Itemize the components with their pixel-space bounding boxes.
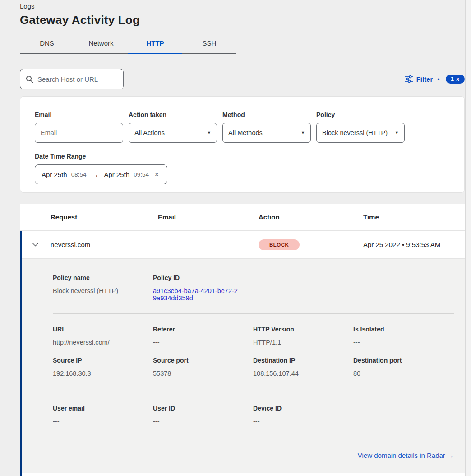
- policy-name-value: Block neverssl (HTTP): [53, 287, 153, 294]
- filter-label: Filter: [416, 75, 433, 83]
- arrow-right-icon: →: [91, 171, 100, 178]
- tab-ssh[interactable]: SSH: [182, 35, 236, 54]
- http-version-value: HTTP/1.1: [253, 339, 353, 346]
- search-input[interactable]: [37, 75, 118, 83]
- caret-up-icon: ▲: [436, 77, 440, 81]
- page-scrollbar[interactable]: [465, 0, 471, 476]
- user-id-value: ---: [153, 418, 253, 425]
- tab-http[interactable]: HTTP: [128, 35, 182, 54]
- tab-network[interactable]: Network: [74, 35, 128, 54]
- selected-row-indicator: [20, 231, 22, 476]
- filter-toggle-button[interactable]: Filter ▲ 1 x: [405, 75, 465, 84]
- search-icon: [26, 75, 33, 83]
- user-id-label: User ID: [153, 405, 253, 412]
- http-info-section: URL http://neverssl.com/ Referer --- HTT…: [53, 314, 454, 356]
- referer-value: ---: [153, 339, 253, 346]
- source-port-label: Source port: [153, 357, 253, 364]
- date-range-field: Date Time Range Apr 25th 08:54 → Apr 25t…: [35, 153, 450, 184]
- referer-label: Referer: [153, 326, 253, 333]
- device-id-label: Device ID: [253, 405, 454, 412]
- col-header-action: Action: [259, 213, 363, 221]
- destination-ip-label: Destination IP: [253, 357, 353, 364]
- email-filter-input[interactable]: [41, 129, 117, 136]
- device-id-value: ---: [253, 418, 454, 425]
- action-filter-label: Action taken: [129, 111, 217, 118]
- user-email-label: User email: [53, 405, 153, 412]
- policy-filter-field: Policy Block neverssl (HTTP) ▼: [316, 111, 405, 143]
- row-time: Apr 25 2022 • 9:53:53 AM: [363, 241, 465, 248]
- tab-bar: DNS Network HTTP SSH: [20, 35, 236, 54]
- url-label: URL: [53, 326, 153, 333]
- chevron-down-icon: [32, 243, 39, 247]
- radar-link-row: View domain details in Radar →: [53, 439, 454, 473]
- source-ip-value: 192.168.30.3: [53, 370, 153, 377]
- clear-date-range-icon[interactable]: ✕: [154, 171, 159, 178]
- breadcrumb: Logs: [20, 0, 465, 10]
- user-email-value: ---: [53, 418, 153, 425]
- source-port-value: 55378: [153, 370, 253, 377]
- filter-panel: Email Action taken All Actions ▼ Method …: [20, 96, 465, 193]
- caret-down-icon: ▼: [207, 131, 211, 135]
- caret-down-icon: ▼: [395, 131, 399, 135]
- source-ip-label: Source IP: [53, 357, 153, 364]
- start-time: 08:54: [71, 171, 87, 178]
- page-title: Gateway Activity Log: [20, 13, 465, 27]
- filter-sliders-icon: [405, 75, 413, 83]
- is-isolated-value: ---: [353, 339, 454, 346]
- user-info-section: User email --- User ID --- Device ID ---: [53, 389, 454, 439]
- end-time: 09:54: [134, 171, 149, 178]
- end-date: Apr 25th: [104, 171, 130, 178]
- caret-down-icon: ▼: [301, 131, 305, 135]
- col-header-request: Request: [51, 213, 158, 221]
- destination-port-value: 80: [353, 370, 454, 377]
- method-filter-field: Method All Methods ▼: [222, 111, 311, 143]
- block-status-badge: BLOCK: [259, 239, 300, 250]
- email-filter-label: Email: [35, 111, 123, 118]
- email-filter-field: Email: [35, 111, 123, 143]
- action-select-value: All Actions: [134, 129, 165, 136]
- policy-filter-label: Policy: [316, 111, 405, 118]
- method-select[interactable]: All Methods ▼: [222, 123, 311, 143]
- filter-count-badge[interactable]: 1 x: [446, 75, 465, 84]
- start-date: Apr 25th: [42, 171, 67, 178]
- policy-select-value: Block neverssl (HTTP): [322, 129, 388, 136]
- policy-name-label: Policy name: [53, 274, 153, 281]
- table-row[interactable]: neverssl.com BLOCK Apr 25 2022 • 9:53:53…: [20, 231, 465, 259]
- col-header-time: Time: [363, 213, 465, 221]
- destination-port-label: Destination port: [353, 357, 454, 364]
- policy-section: Policy name Block neverssl (HTTP) Policy…: [53, 259, 454, 313]
- col-header-email: Email: [158, 213, 259, 221]
- action-filter-field: Action taken All Actions ▼: [129, 111, 217, 143]
- is-isolated-label: Is Isolated: [353, 326, 454, 333]
- expanded-row-details: Policy name Block neverssl (HTTP) Policy…: [20, 259, 465, 473]
- tab-dns[interactable]: DNS: [20, 35, 74, 54]
- method-select-value: All Methods: [228, 129, 263, 136]
- date-range-label: Date Time Range: [35, 153, 450, 160]
- row-expand-chevron[interactable]: [20, 243, 51, 247]
- search-filter-row: Filter ▲ 1 x: [20, 69, 465, 89]
- row-request: neverssl.com: [51, 241, 158, 248]
- policy-select[interactable]: Block neverssl (HTTP) ▼: [316, 123, 405, 143]
- policy-id-link[interactable]: a91c3eb4-ba7a-4201-be72-29a934dd359d: [153, 287, 239, 302]
- action-select[interactable]: All Actions ▼: [129, 123, 217, 143]
- view-radar-link[interactable]: View domain details in Radar →: [358, 452, 454, 459]
- activity-log-table: Request Email Action Time neverssl.com B…: [20, 204, 465, 476]
- main-content: Logs Gateway Activity Log DNS Network HT…: [20, 0, 465, 476]
- policy-id-label: Policy ID: [153, 274, 454, 281]
- destination-ip-value: 108.156.107.44: [253, 370, 353, 377]
- table-header-row: Request Email Action Time: [20, 204, 465, 231]
- date-range-input[interactable]: Apr 25th 08:54 → Apr 25th 09:54 ✕: [35, 164, 167, 184]
- url-value: http://neverssl.com/: [53, 339, 153, 346]
- method-filter-label: Method: [222, 111, 311, 118]
- search-box[interactable]: [20, 69, 124, 89]
- http-version-label: HTTP Version: [253, 326, 353, 333]
- network-info-section: Source IP 192.168.30.3 Source port 55378…: [53, 356, 454, 389]
